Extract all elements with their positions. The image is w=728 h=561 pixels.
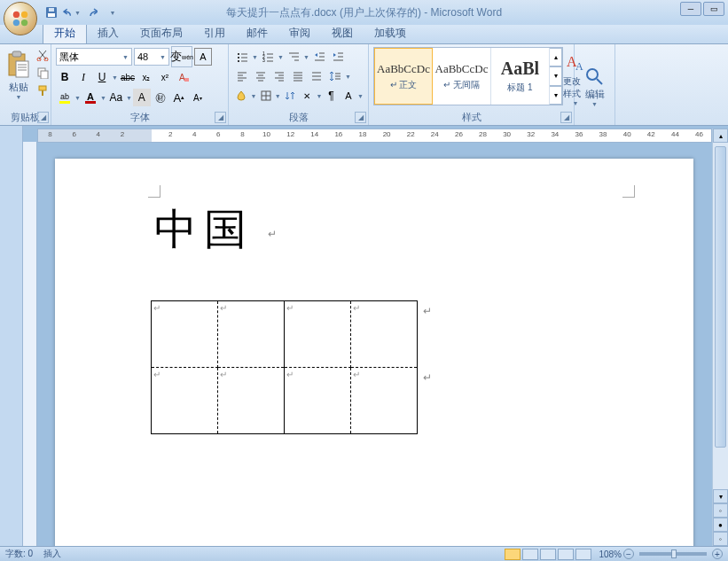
font-size-selector[interactable]: 48▼	[134, 48, 169, 66]
document-heading[interactable]: 中国	[154, 201, 254, 258]
draft-view-icon[interactable]	[575, 549, 591, 560]
document-table[interactable]: ↵↵↵↵ ↵↵↵↵	[151, 300, 418, 434]
zoom-slider[interactable]	[639, 552, 707, 556]
maximize-button[interactable]: ▭	[703, 2, 724, 16]
undo-icon[interactable]: ▼	[63, 4, 81, 21]
group-font: 黑体▼ 48▼ 变wén A B I U▼ abc x₂ x² A ab▼ A▼…	[51, 44, 229, 125]
font-color-icon[interactable]: A	[82, 89, 99, 106]
paragraph-mark: ↵	[268, 228, 277, 240]
line-spacing-icon[interactable]	[326, 67, 344, 85]
prev-page-icon[interactable]: ◦	[713, 503, 728, 518]
tab-references[interactable]: 引用	[193, 23, 236, 43]
redo-icon[interactable]	[83, 4, 101, 21]
tab-layout[interactable]: 页面布局	[129, 23, 193, 43]
style-no-spacing[interactable]: AaBbCcDc ↵ 无间隔	[433, 48, 491, 105]
group-paragraph: ▼ 123▼ ▼ ▼ ▼ ▼ ✕▼ ¶ A▼ 段落 ◢	[229, 44, 369, 125]
format-painter-icon[interactable]	[35, 82, 51, 98]
bold-button[interactable]: B	[56, 68, 74, 86]
grow-font-icon[interactable]: A▴	[170, 89, 188, 106]
character-shading-icon[interactable]: A	[133, 89, 151, 106]
align-right-icon[interactable]	[270, 67, 288, 85]
shrink-font-icon[interactable]: A▾	[189, 89, 207, 106]
scroll-up-icon[interactable]: ▴	[713, 129, 728, 143]
browse-object-icon[interactable]: ●	[713, 518, 728, 532]
asian-layout-icon[interactable]: ✕	[299, 87, 315, 105]
office-button[interactable]	[4, 2, 37, 35]
font-name-selector[interactable]: 黑体▼	[56, 48, 132, 66]
tab-addins[interactable]: 加载项	[364, 23, 417, 43]
subscript-button[interactable]: x₂	[137, 68, 155, 86]
zoom-level[interactable]: 108%	[599, 549, 622, 559]
zoom-out-button[interactable]: −	[623, 549, 634, 559]
bullets-icon[interactable]	[233, 48, 251, 66]
clipboard-launcher[interactable]: ◢	[37, 112, 49, 123]
scroll-down-icon[interactable]: ▾	[713, 489, 728, 503]
styles-launcher[interactable]: ◢	[560, 112, 572, 123]
tab-mailings[interactable]: 邮件	[236, 23, 278, 43]
style-normal[interactable]: AaBbCcDc ↵ 正文	[374, 48, 433, 105]
gallery-more-icon[interactable]: ▾	[550, 86, 562, 105]
word-count[interactable]: 字数: 0	[5, 548, 33, 560]
zoom-slider-thumb[interactable]	[671, 549, 677, 558]
tab-insert[interactable]: 插入	[87, 23, 129, 43]
paragraph-launcher[interactable]: ◢	[355, 112, 366, 123]
character-border-icon[interactable]: A	[194, 48, 212, 66]
distributed-icon[interactable]	[308, 67, 325, 85]
font-launcher[interactable]: ◢	[215, 112, 226, 123]
svg-text:A: A	[87, 91, 94, 102]
full-screen-view-icon[interactable]	[522, 549, 538, 560]
decrease-indent-icon[interactable]	[310, 48, 328, 66]
print-layout-view-icon[interactable]	[505, 549, 521, 560]
snap-to-grid-icon[interactable]: A	[341, 87, 356, 105]
underline-button[interactable]: U	[93, 68, 111, 86]
outline-view-icon[interactable]	[558, 549, 574, 560]
style-heading-1[interactable]: AaBl 标题 1	[491, 48, 550, 105]
clear-formatting-icon[interactable]: A	[175, 68, 192, 86]
next-page-icon[interactable]: ◦	[713, 532, 728, 546]
superscript-button[interactable]: x²	[156, 68, 174, 86]
justify-icon[interactable]	[289, 67, 307, 85]
tab-view[interactable]: 视图	[321, 23, 364, 43]
document-page[interactable]: 中国 ↵ ↵↵↵↵ ↵↵↵↵ ↵ ↵	[55, 159, 693, 546]
insert-mode[interactable]: 插入	[43, 548, 61, 560]
vertical-scrollbar[interactable]: ▴ ▾ ◦ ● ◦	[712, 129, 728, 546]
phonetic-guide-icon[interactable]: 变wén	[171, 46, 192, 67]
svg-rect-20	[184, 78, 189, 82]
align-left-icon[interactable]	[233, 67, 251, 85]
zoom-in-button[interactable]: +	[712, 549, 723, 559]
align-center-icon[interactable]	[252, 67, 270, 85]
styles-group-label: 样式	[369, 111, 574, 124]
tab-review[interactable]: 审阅	[278, 23, 321, 43]
change-case-button[interactable]: Aa	[107, 89, 125, 106]
borders-icon[interactable]	[257, 87, 273, 105]
paragraph-group-label: 段落	[229, 111, 368, 124]
status-bar: 字数: 0 插入 108% − +	[0, 546, 728, 561]
multilevel-list-icon[interactable]	[285, 48, 302, 66]
svg-line-74	[597, 79, 602, 84]
highlight-color-icon[interactable]: ab	[56, 89, 74, 106]
gallery-down-icon[interactable]: ▾	[550, 66, 562, 85]
cut-icon[interactable]	[35, 47, 51, 63]
scrollbar-thumb[interactable]	[715, 146, 726, 448]
show-marks-icon[interactable]: ¶	[323, 87, 339, 105]
numbering-icon[interactable]: 123	[259, 48, 277, 66]
horizontal-ruler[interactable]: 8642246810121416182022242628303234363840…	[37, 129, 712, 143]
tab-home[interactable]: 开始	[43, 22, 87, 43]
italic-button[interactable]: I	[74, 68, 92, 86]
enclose-characters-button[interactable]: ㊖	[152, 89, 169, 106]
qat-customize-icon[interactable]: ▼	[104, 4, 121, 21]
minimize-button[interactable]: ─	[680, 2, 701, 16]
strikethrough-button[interactable]: abc	[119, 68, 137, 86]
web-layout-view-icon[interactable]	[540, 549, 556, 560]
paste-button[interactable]: 粘贴 ▼	[4, 47, 33, 100]
shading-icon[interactable]	[233, 87, 249, 105]
quick-access-toolbar: ▼ ▼	[43, 4, 121, 21]
find-button[interactable]: 编辑 ▼	[584, 66, 606, 107]
increase-indent-icon[interactable]	[329, 48, 347, 66]
vertical-ruler[interactable]	[23, 142, 37, 546]
gallery-up-icon[interactable]: ▴	[550, 48, 562, 66]
copy-icon[interactable]	[35, 65, 51, 81]
save-icon[interactable]	[43, 4, 60, 21]
ribbon: 粘贴 ▼ 剪贴板 ◢ 黑体▼ 48▼ 变wén A B I U▼ abc x₂ …	[0, 44, 728, 126]
sort-icon[interactable]	[282, 87, 298, 105]
